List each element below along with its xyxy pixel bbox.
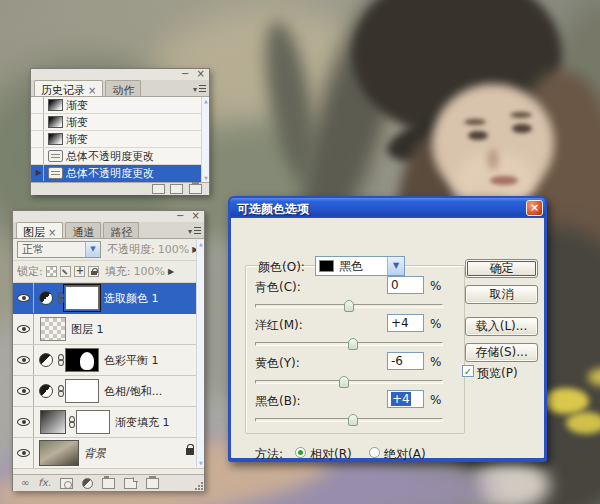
layer-name[interactable]: 色彩平衡 1 (104, 353, 159, 368)
history-source-cell[interactable] (31, 131, 44, 147)
layer-name[interactable]: 色相/饱和... (104, 384, 162, 399)
panel-window-buttons[interactable]: − × (181, 68, 207, 79)
tab-paths[interactable]: 路径 (103, 222, 139, 238)
history-source-cell[interactable] (31, 165, 44, 181)
eye-icon[interactable] (17, 418, 30, 426)
absolute-radio-label[interactable]: 绝对(A) (384, 446, 426, 463)
history-row-selected[interactable]: 总体不透明度更改 (31, 165, 209, 182)
new-adjustment-layer-icon[interactable] (82, 478, 93, 489)
new-document-from-state-icon[interactable] (152, 184, 165, 194)
history-source-cell[interactable] (31, 97, 44, 113)
magenta-slider[interactable] (255, 342, 443, 346)
eye-icon[interactable] (17, 387, 30, 395)
black-field[interactable]: +4 (387, 390, 424, 408)
new-snapshot-icon[interactable] (170, 184, 183, 194)
history-row[interactable]: 总体不透明度更改 (31, 148, 209, 165)
save-button[interactable]: 存储(S)... (465, 343, 538, 362)
visibility-cell[interactable] (13, 283, 34, 313)
eye-icon[interactable] (17, 449, 30, 457)
minimize-icon[interactable]: − (181, 68, 191, 79)
yellow-slider[interactable] (255, 380, 443, 384)
tab-actions[interactable]: 动作 (105, 80, 141, 96)
resize-grip[interactable] (194, 481, 203, 490)
preview-label[interactable]: 预览(P) (477, 365, 518, 382)
fill-value[interactable]: 100% (133, 265, 164, 278)
lock-position-icon[interactable] (74, 266, 85, 277)
layer-row-layer1[interactable]: 图层 1 (13, 314, 204, 345)
tab-history[interactable]: 历史记录× (34, 80, 103, 96)
visibility-cell[interactable] (13, 376, 34, 406)
lock-paint-icon[interactable] (60, 266, 71, 277)
close-icon[interactable]: × (197, 68, 207, 79)
close-icon[interactable]: × (526, 200, 543, 216)
history-row[interactable]: 渐变 (31, 131, 209, 148)
cancel-button[interactable]: 取消 (465, 285, 538, 304)
lock-transparency-icon[interactable] (46, 266, 57, 277)
dialog-titlebar[interactable]: 可选颜色选项 × (230, 198, 545, 218)
eye-icon[interactable] (17, 356, 30, 364)
layer-name[interactable]: 图层 1 (71, 322, 104, 337)
new-layer-icon[interactable] (124, 478, 137, 489)
gradient-fill-thumbnail[interactable] (40, 410, 66, 434)
tab-layers[interactable]: 图层× (16, 222, 63, 238)
slider-thumb[interactable] (339, 376, 349, 388)
close-icon[interactable]: × (192, 210, 202, 221)
minimize-icon[interactable]: − (176, 210, 186, 221)
layer-row-color-balance[interactable]: 色彩平衡 1 (13, 345, 204, 376)
layer-style-fx-icon[interactable]: fx. (38, 478, 51, 488)
lock-all-icon[interactable] (88, 266, 99, 277)
layers-scrollbar[interactable] (196, 240, 204, 467)
panel-menu-icon[interactable]: ▾ (188, 225, 202, 236)
tab-channels[interactable]: 通道 (65, 222, 101, 238)
slider-thumb[interactable] (348, 338, 358, 350)
layer-mask-thumbnail[interactable] (76, 410, 110, 434)
preview-checkbox[interactable]: ✓ (462, 365, 474, 377)
visibility-cell[interactable] (13, 314, 34, 344)
visibility-cell[interactable] (13, 438, 34, 468)
relative-radio-label[interactable]: 相对(R) (310, 446, 352, 463)
layer-row-gradient-fill[interactable]: 渐变填充 1 (13, 407, 204, 438)
yellow-field[interactable]: -6 (387, 352, 424, 370)
cyan-slider[interactable] (255, 304, 443, 308)
chevron-down-icon[interactable]: ▼ (387, 257, 404, 275)
tab-close-icon[interactable]: × (48, 227, 56, 238)
adjustment-layer-icon[interactable] (39, 384, 53, 398)
layer-thumbnail[interactable] (40, 317, 66, 341)
eye-icon[interactable] (17, 294, 30, 302)
absolute-radio[interactable] (369, 447, 380, 458)
history-row[interactable]: 渐变 (31, 114, 209, 131)
tab-close-icon[interactable]: × (88, 85, 96, 96)
panel-menu-icon[interactable]: ▾ (193, 83, 207, 94)
load-button[interactable]: 载入(L)... (465, 317, 538, 336)
blend-mode-select[interactable]: 正常▼ (17, 241, 101, 258)
layer-mask-thumbnail[interactable] (65, 379, 99, 403)
cyan-field[interactable]: 0 (387, 276, 424, 294)
trash-icon[interactable] (146, 478, 159, 489)
visibility-cell[interactable] (13, 345, 34, 375)
visibility-cell[interactable] (13, 407, 34, 437)
adjustment-layer-icon[interactable] (39, 353, 53, 367)
layer-row-hue-saturation[interactable]: 色相/饱和... (13, 376, 204, 407)
black-slider[interactable] (255, 418, 443, 422)
layer-row-selective-color[interactable]: 选取颜色 1 (13, 283, 204, 314)
magenta-field[interactable]: +4 (387, 314, 424, 332)
trash-icon[interactable] (189, 184, 202, 194)
slider-thumb[interactable] (344, 300, 354, 312)
history-row[interactable]: 渐变 (31, 97, 209, 114)
panel-window-buttons[interactable]: − × (176, 210, 202, 221)
link-layers-icon[interactable]: ∞ (21, 478, 29, 488)
color-select[interactable]: 黑色 ▼ (315, 256, 405, 276)
opacity-value[interactable]: 100% (158, 243, 189, 256)
history-scrollbar[interactable] (201, 97, 209, 182)
fill-flyout-icon[interactable]: ▶ (168, 267, 174, 276)
eye-icon[interactable] (17, 325, 30, 333)
add-layer-mask-icon[interactable] (60, 478, 73, 489)
history-source-cell[interactable] (31, 114, 44, 130)
history-source-cell[interactable] (31, 148, 44, 164)
new-group-icon[interactable] (102, 478, 115, 489)
relative-radio[interactable] (295, 447, 306, 458)
layer-row-background[interactable]: 背景 (13, 438, 204, 469)
layer-mask-thumbnail[interactable] (65, 348, 99, 372)
layer-mask-thumbnail[interactable] (65, 286, 99, 310)
slider-thumb[interactable] (348, 414, 358, 426)
